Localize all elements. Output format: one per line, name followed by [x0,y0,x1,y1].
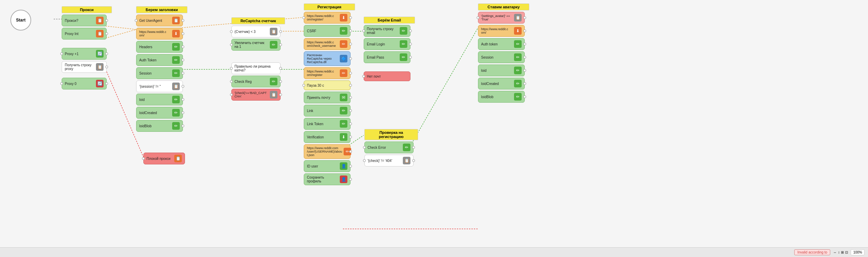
verification-node[interactable]: Verification ⬇ [304,131,351,143]
recaptcha-solve-node[interactable]: Распознан ReCaptcha через ReCaptcha.dll … [304,51,351,66]
recaptcha-group: ReCaptcha счетчик (Счетчик) < 3 📋 Увелич… [231,17,285,101]
recaptcha-solved-node[interactable]: Правильно ли решена капча? [231,62,281,74]
recaptcha-count-node[interactable]: (Счетчик) < 3 📋 [231,26,281,37]
recaptcha-group-label: ReCaptcha счетчик [231,17,285,24]
session-node[interactable]: Session ✏ [136,67,183,79]
canvas: Start Прокси Прокси? 📋 Proxy Int 📋 Proxy… [0,0,868,257]
session-check-label: '{session}' != '' [139,85,171,88]
check-error-node[interactable]: Check Error ✏ [364,142,414,153]
nav-icons[interactable]: ↔ ↕ ⊞ ⊡ [833,250,848,254]
check-reg-label: Check Reg [234,80,268,84]
proxy-0-lconnector [60,82,63,85]
proxy-str-icon: 📋 [96,63,104,71]
reg-url1-icon: ⬇ [340,14,347,22]
pause30-node[interactable]: Пауза 30 с [304,80,351,90]
reg-url1-node[interactable]: https://www.reddit.c om/register/ ⬇ [304,12,351,24]
reg-url1-lconnector [302,16,305,19]
fit-icon[interactable]: ⊡ [845,250,848,254]
auth-token2-node[interactable]: Auth token ✏ [478,38,525,50]
recaptcha-inc-connector [279,43,282,46]
avatar-url-node[interactable]: https://www.reddit.c om/ ⬇ [478,25,525,37]
session2-node[interactable]: Session ✏ [478,51,525,63]
connections-svg [0,0,868,257]
headers-node[interactable]: Headers ✏ [136,41,183,53]
csrf-node[interactable]: CSRF ✏ [304,25,351,37]
link-token-connector [349,122,352,125]
proxy-0-node[interactable]: Proxy 0 🔄 [62,78,107,89]
loid2-connector [523,69,526,72]
recaptcha-inc-label: Увеличить счетчик на 1 [234,41,268,49]
bad-proxy-icon: 📋 [174,155,182,162]
check-404-connector [412,159,415,162]
session-check-node[interactable]: '{session}' != '' 📋 [136,80,183,92]
recaptcha-count-lconnector [230,30,233,33]
email-login-node[interactable]: Email Login ✏ [364,38,410,50]
proxy-plus1-lconnector [60,52,63,55]
proxy-plus1-node[interactable]: Proxy +1 🔄 [62,48,107,60]
loid-created2-node[interactable]: loidCreated ✏ [478,78,525,89]
no-mail-label: Нет почт [367,75,407,78]
settings-check-connector [523,16,526,19]
start-node: Start [10,10,31,31]
registration-group: Регистрация https://www.reddit.c om/regi… [304,3,355,185]
loid-blob2-node[interactable]: loidBlob ✏ [478,91,525,103]
reddit-url1-node[interactable]: https://www.reddit.c om/ ⬇ [136,28,183,40]
recaptcha-solved-lconnector [230,67,233,70]
no-mail-node[interactable]: Нет почт [364,71,410,81]
about-url-node[interactable]: https://www.reddit.com /user/{USERNAME}/… [304,144,351,159]
avatar-group: Ставим аватарку '{settings_avatar}' == '… [478,3,529,103]
save-profile-node[interactable]: Сохранить профиль 👤 [304,173,351,185]
check-404-icon: 📋 [403,157,410,164]
loid-blob-node[interactable]: loidBlob ✏ [136,120,183,132]
grid-icon[interactable]: ⊞ [841,250,844,254]
proxy-group-label: Прокси [62,6,112,13]
reg-url3-label: https://www.reddit.c om/register [307,70,338,77]
about-url-connector [349,150,352,153]
proxy-check-node[interactable]: Прокси? 📋 [62,15,107,26]
reg-url2-node[interactable]: https://www.reddit.c om/check_username ✏ [304,38,351,50]
check-bad-capt-icon: 📋 [270,91,277,98]
avatar-url-icon: ⬇ [514,27,522,35]
reg-url3-node[interactable]: https://www.reddit.c om/register ✏ [304,67,351,79]
loid2-label: loid [481,69,513,72]
loid-created-label: loidCreated [139,111,171,115]
get-useragent-node[interactable]: Get UserAgent 📋 [136,15,183,26]
auth-token-node[interactable]: Auth Token ✏ [136,54,183,66]
check-error-label: Check Error [367,146,401,149]
accept-mail-node[interactable]: Принять почту ✉ [304,92,351,103]
zoom-control[interactable]: 100% [851,249,865,255]
link-token-node[interactable]: Link Token ✏ [304,118,351,130]
svg-line-11 [410,28,478,146]
session-icon: ✏ [172,69,180,77]
loid2-node[interactable]: loid ✏ [478,65,525,76]
recaptcha-count-label: (Счетчик) < 3 [234,30,268,34]
loid-node[interactable]: loid ✏ [136,94,183,105]
pause30-label: Пауза 30 с [307,84,347,87]
invalid-message: Invalid according to [794,249,830,255]
proxy-int-node[interactable]: Proxy Int 📋 [62,28,107,40]
loid-blob-connector [181,125,184,127]
move-icon[interactable]: ↔ [833,250,836,254]
proxy-str-node[interactable]: Получить строку proxy 📋 [62,61,107,73]
settings-check-node[interactable]: '{settings_avatar}' == 'True' 📋 [478,12,525,24]
recaptcha-inc-node[interactable]: Увеличить счетчик на 1 ✏ [231,39,281,51]
headers-group-label: Берем заголовки [136,6,187,13]
bad-proxy-node[interactable]: Плохой прокси 📋 [143,153,185,164]
email-pass-node[interactable]: Email Pass ✏ [364,51,410,63]
id-user-node[interactable]: ID user 👤 [304,160,351,172]
check-reg-node[interactable]: Check Reg ✏ [231,76,281,87]
check-bad-capt-node[interactable]: '{check}'=='BAD_CAPT CHA' 📋 [231,89,281,101]
link-node[interactable]: Link ✏ [304,105,351,117]
check-reg-group-label: Проверка на регистрацию [364,129,418,140]
resize-icon[interactable]: ↕ [838,250,840,254]
loid-created-icon: ✏ [172,109,180,117]
get-email-str-lconnector [362,29,365,32]
headers-icon: ✏ [172,43,180,51]
bad-proxy-lconnector [142,157,145,160]
loid-created-node[interactable]: loidCreated ✏ [136,107,183,119]
check-404-node[interactable]: '{check}' != '404' 📋 [364,155,414,166]
recaptcha-solve-label: Распознан ReCaptcha через ReCaptcha.dll [307,53,338,64]
get-email-str-node[interactable]: Получить строку email ✏ [364,25,410,37]
loid-label: loid [139,98,171,102]
session-label: Session [139,71,171,75]
